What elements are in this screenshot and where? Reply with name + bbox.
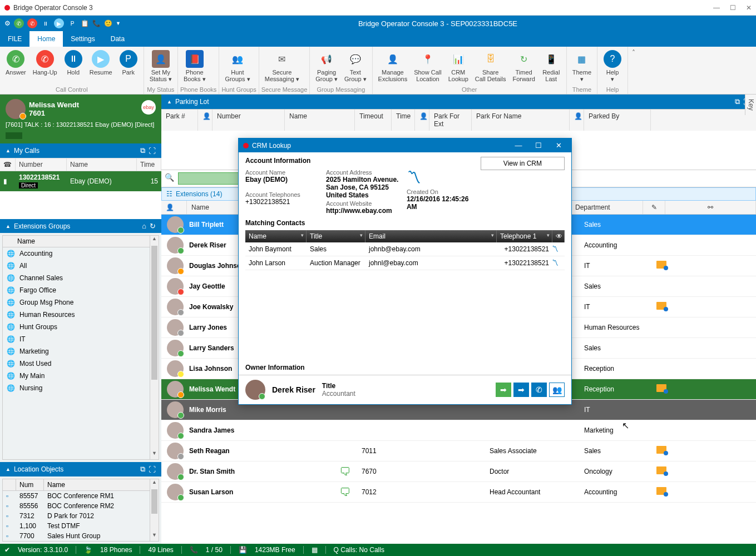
extension-row[interactable]: Dr. Stan Smith🗨7670DoctorOncology xyxy=(161,461,756,482)
timed-forward-button[interactable]: ↻Timed Forward xyxy=(509,48,538,85)
group-item[interactable]: 🌐Accounting xyxy=(3,247,159,260)
group-item[interactable]: 🌐Hunt Groups xyxy=(3,321,159,333)
gear-icon[interactable]: ⚙ xyxy=(4,19,11,27)
transfer-button[interactable]: ➡ xyxy=(496,383,511,397)
minimize-button[interactable]: — xyxy=(713,4,720,12)
group-item[interactable]: 🌐All xyxy=(3,260,159,272)
extension-row[interactable]: Sandra JamesMarketing xyxy=(161,420,756,441)
ribbon-group-call: ✆Answer ✆Hang-Up ⏸Hold ▶Resume PPark Cal… xyxy=(0,47,144,94)
qat-hold-icon[interactable]: ⏸ xyxy=(41,18,51,28)
menu-data[interactable]: Data xyxy=(103,31,132,47)
maximize-button[interactable]: ☐ xyxy=(730,4,736,12)
answer-button[interactable]: ✆Answer xyxy=(2,48,29,85)
parking-lot-header[interactable]: ▲Parking Lot ⧉ ⛶ xyxy=(161,95,756,109)
avatar xyxy=(167,360,184,377)
view-in-crm-button[interactable]: View in CRM xyxy=(481,157,565,170)
location-row[interactable]: ▫7312D Park for 7012 xyxy=(3,511,159,521)
group-item[interactable]: 🌐My Main xyxy=(3,370,159,382)
location-row[interactable]: ▫85557BOC Conference RM1 xyxy=(3,491,159,501)
hold-button[interactable]: ⏸Hold xyxy=(61,48,86,85)
col-department[interactable]: Department xyxy=(571,201,643,214)
park-button[interactable]: PPark xyxy=(116,48,141,85)
extensions-icon: ☷ xyxy=(166,190,172,198)
dock-icon[interactable]: ⧉ xyxy=(140,465,145,474)
group-item[interactable]: 🌐Group Msg Phone xyxy=(3,296,159,309)
voicemail-icon[interactable]: ⚯ xyxy=(665,201,756,214)
expand-icon[interactable]: ⛶ xyxy=(149,147,156,155)
refresh-icon[interactable]: ↻ xyxy=(150,222,156,230)
qat-dropdown-icon[interactable]: ▼ xyxy=(116,21,121,26)
note-icon xyxy=(656,446,673,456)
dock-icon[interactable]: ⧉ xyxy=(140,146,145,155)
resume-button[interactable]: ▶Resume xyxy=(86,48,116,85)
set-status-button[interactable]: 👤Set My Status ▾ xyxy=(146,48,175,85)
extension-row[interactable]: Seth Reagan7011Sales AssociateSales xyxy=(161,441,756,461)
qat-smiley-icon[interactable]: 🙂 xyxy=(104,19,112,27)
crm-titlebar[interactable]: CRM Lookup — ☐ ✕ xyxy=(239,138,571,152)
group-item[interactable]: 🌐Most Used xyxy=(3,358,159,370)
manage-exclusions-button[interactable]: 👤Manage Exclusions xyxy=(375,48,411,85)
scrollbar[interactable]: ▲▼ xyxy=(150,479,159,541)
forward-button[interactable]: ➡ xyxy=(513,383,529,397)
show-call-location-button[interactable]: 📍Show Call Location xyxy=(411,48,445,85)
qat-icon[interactable]: 📞 xyxy=(92,19,101,27)
maximize-button[interactable]: ☐ xyxy=(530,141,547,150)
location-row[interactable]: ▫85556BOC Conference RM2 xyxy=(3,501,159,511)
qat-icon[interactable]: 📋 xyxy=(81,19,89,27)
avatar xyxy=(167,257,184,274)
extension-row[interactable]: Susan Larson🗨7012Head AccountantAccounti… xyxy=(161,482,756,503)
hunt-groups-button[interactable]: 👥Hunt Groups ▾ xyxy=(221,48,253,85)
avatar xyxy=(167,443,184,459)
key-tab[interactable]: Key xyxy=(745,95,756,115)
theme-button[interactable]: ▦Theme ▾ xyxy=(569,48,595,85)
menu-settings[interactable]: Settings xyxy=(63,31,102,47)
owner-name: Derek Riser xyxy=(272,385,315,394)
call-bar-icon xyxy=(6,132,22,139)
dock-icon[interactable]: ⧉ xyxy=(735,97,740,106)
edit-icon[interactable]: ✎ xyxy=(643,201,665,214)
redial-button[interactable]: 📱Redial Last xyxy=(538,48,564,85)
group-item[interactable]: 🌐Nursing xyxy=(3,382,159,394)
crm-lookup-button[interactable]: 📊CRM Lookup xyxy=(445,48,472,85)
share-call-button[interactable]: 🗄Share Call Details xyxy=(472,48,510,85)
call-row[interactable]: ▮ 13022138521Direct Ebay (DEMO) 15 xyxy=(0,171,161,191)
my-calls-header[interactable]: ▲My Calls ⧉ ⛶ xyxy=(0,143,161,158)
contact-button[interactable]: 👥 xyxy=(549,383,565,397)
globe-icon: 🌐 xyxy=(6,384,15,393)
call-button[interactable]: ✆ xyxy=(531,383,547,397)
qat-answer-icon[interactable]: ✆ xyxy=(14,18,24,28)
globe-icon: 🌐 xyxy=(6,322,15,331)
location-row[interactable]: ▫7700Sales Hunt Group xyxy=(3,531,159,541)
location-row[interactable]: ▫1,100Test DTMF xyxy=(3,521,159,531)
group-item[interactable]: 🌐Channel Sales xyxy=(3,272,159,284)
qat-hangup-icon[interactable]: ✆ xyxy=(27,18,37,28)
menu-file[interactable]: FILE xyxy=(0,31,29,47)
close-button[interactable]: ✕ xyxy=(746,4,752,12)
contact-row[interactable]: John BaymontSalesjohnb@ebay.com+13022138… xyxy=(245,242,565,256)
expand-icon[interactable]: ⛶ xyxy=(149,465,156,474)
secure-messaging-button[interactable]: ✉Secure Messaging ▾ xyxy=(261,48,303,85)
close-button[interactable]: ✕ xyxy=(550,141,567,150)
help-button[interactable]: ?Help ▾ xyxy=(600,48,625,85)
paging-group-button[interactable]: 📢Paging Group ▾ xyxy=(312,48,341,85)
extensions-groups-header[interactable]: ▲Extensions Groups ⌂ ↻ xyxy=(0,219,161,233)
contact-row[interactable]: John LarsonAuction Managerjohnl@ebay.com… xyxy=(245,256,565,270)
owner-avatar xyxy=(245,380,265,400)
group-item[interactable]: 🌐IT xyxy=(3,333,159,345)
text-group-button[interactable]: 💬Text Group ▾ xyxy=(341,48,370,85)
qat-park-icon[interactable]: P xyxy=(67,18,77,28)
group-item[interactable]: 🌐Marketing xyxy=(3,345,159,358)
search-icon[interactable]: 🔍 xyxy=(165,173,176,184)
qat-resume-icon[interactable]: ▶ xyxy=(54,18,64,28)
scrollbar[interactable]: ▲▼ xyxy=(150,236,159,459)
hangup-button[interactable]: ✆Hang-Up xyxy=(29,48,61,85)
location-objects-header[interactable]: ▲Location Objects ⧉ ⛶ xyxy=(0,462,161,476)
home-icon[interactable]: ⌂ xyxy=(142,222,146,230)
group-item[interactable]: 🌐Fargo Office xyxy=(3,284,159,296)
phone-books-button[interactable]: 📕Phone Books ▾ xyxy=(180,48,209,85)
menu-home[interactable]: Home xyxy=(29,31,63,47)
group-item[interactable]: 🌐Human Resources xyxy=(3,309,159,321)
my-extension: 7601 xyxy=(29,109,79,117)
minimize-button[interactable]: — xyxy=(510,141,527,150)
ribbon-collapse-icon[interactable]: ˄ xyxy=(628,47,639,94)
